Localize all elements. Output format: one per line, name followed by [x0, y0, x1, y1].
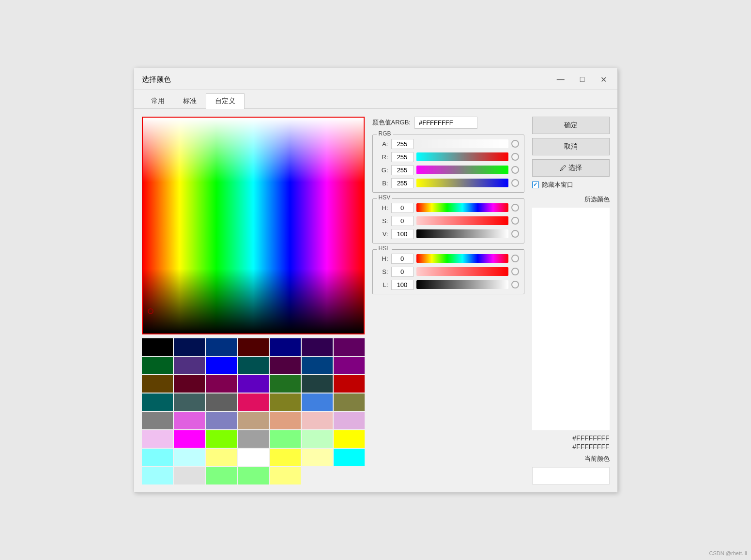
- color-swatch[interactable]: [142, 449, 173, 466]
- channel-l-input[interactable]: [391, 280, 414, 290]
- channel-b-input[interactable]: [391, 178, 414, 188]
- color-swatch[interactable]: [206, 338, 237, 356]
- close-button[interactable]: ✕: [598, 74, 610, 85]
- color-swatch[interactable]: [270, 394, 301, 411]
- color-swatch[interactable]: [302, 375, 333, 393]
- color-swatch[interactable]: [174, 430, 205, 448]
- color-swatch[interactable]: [206, 357, 237, 374]
- channel-a-slider[interactable]: [416, 139, 508, 149]
- color-hex-val-1: #FFFFFFFF: [572, 434, 609, 442]
- color-swatch[interactable]: [238, 338, 269, 356]
- color-swatch[interactable]: [238, 375, 269, 393]
- color-swatch[interactable]: [174, 449, 205, 466]
- confirm-button[interactable]: 确定: [532, 117, 610, 134]
- color-swatch[interactable]: [334, 338, 365, 356]
- channel-l-radio[interactable]: [511, 281, 519, 288]
- color-swatch[interactable]: [142, 375, 173, 393]
- channel-v-input[interactable]: [391, 229, 414, 239]
- color-swatch[interactable]: [238, 467, 269, 484]
- channel-r-slider[interactable]: [416, 152, 508, 162]
- minimize-button[interactable]: —: [554, 74, 567, 85]
- color-swatch[interactable]: [270, 449, 301, 466]
- color-swatch[interactable]: [302, 449, 333, 466]
- channel-b-slider[interactable]: [416, 178, 508, 188]
- color-swatch[interactable]: [142, 357, 173, 374]
- channel-g-radio[interactable]: [511, 166, 519, 174]
- color-swatch[interactable]: [206, 449, 237, 466]
- color-swatch[interactable]: [334, 449, 365, 466]
- color-swatch[interactable]: [142, 467, 173, 484]
- channel-a-radio[interactable]: [511, 140, 519, 148]
- channel-s-hsl-slider[interactable]: [416, 267, 508, 276]
- color-swatch[interactable]: [302, 430, 333, 448]
- channel-s-hsv-slider[interactable]: [416, 216, 508, 226]
- tab-common[interactable]: 常用: [142, 93, 174, 108]
- channel-g-slider[interactable]: [416, 165, 508, 175]
- select-button[interactable]: 🖊 选择: [532, 159, 610, 177]
- color-swatch[interactable]: [302, 412, 333, 429]
- color-swatch[interactable]: [270, 412, 301, 429]
- channel-s-hsl-input[interactable]: [391, 267, 414, 277]
- channel-r-input[interactable]: [391, 152, 414, 162]
- color-swatch[interactable]: [174, 467, 205, 484]
- color-swatch[interactable]: [302, 338, 333, 356]
- color-swatch[interactable]: [238, 412, 269, 429]
- hide-window-checkbox[interactable]: ✓: [532, 182, 539, 188]
- channel-h-hsv-radio[interactable]: [511, 204, 519, 212]
- color-swatch[interactable]: [270, 375, 301, 393]
- color-swatch[interactable]: [174, 375, 205, 393]
- color-swatch[interactable]: [238, 449, 269, 466]
- color-swatch[interactable]: [174, 338, 205, 356]
- channel-g-label: G:: [378, 166, 388, 174]
- channel-h-hsl-radio[interactable]: [511, 255, 519, 262]
- color-swatch[interactable]: [174, 357, 205, 374]
- color-picker-canvas[interactable]: [142, 117, 365, 334]
- channel-s-hsv-input[interactable]: [391, 216, 414, 226]
- color-swatch[interactable]: [206, 412, 237, 429]
- color-swatch[interactable]: [334, 375, 365, 393]
- channel-h-hsl-input[interactable]: [391, 254, 414, 264]
- title-bar: 选择颜色 — □ ✕: [134, 68, 617, 90]
- color-swatch[interactable]: [206, 467, 237, 484]
- channel-l-slider[interactable]: [416, 280, 508, 289]
- argb-input[interactable]: [414, 117, 477, 129]
- color-swatch[interactable]: [238, 394, 269, 411]
- channel-h-hsl-slider[interactable]: [416, 254, 508, 263]
- channel-b-radio[interactable]: [511, 179, 519, 187]
- tab-standard[interactable]: 标准: [174, 93, 206, 108]
- maximize-button[interactable]: □: [577, 74, 588, 85]
- color-swatch[interactable]: [334, 412, 365, 429]
- color-swatch[interactable]: [174, 394, 205, 411]
- color-swatch[interactable]: [142, 430, 173, 448]
- color-swatch[interactable]: [270, 430, 301, 448]
- color-swatch[interactable]: [270, 338, 301, 356]
- color-swatch[interactable]: [142, 338, 173, 356]
- channel-h-hsv-slider[interactable]: [416, 203, 508, 212]
- color-swatch[interactable]: [270, 357, 301, 374]
- channel-l-track: [416, 280, 508, 289]
- color-swatch[interactable]: [334, 357, 365, 374]
- cancel-button[interactable]: 取消: [532, 138, 610, 155]
- channel-v-radio[interactable]: [511, 230, 519, 238]
- color-swatch[interactable]: [270, 467, 301, 484]
- color-swatch[interactable]: [206, 375, 237, 393]
- channel-s-hsl-radio[interactable]: [511, 268, 519, 275]
- channel-g-input[interactable]: [391, 165, 414, 175]
- color-swatch[interactable]: [206, 430, 237, 448]
- channel-a-input[interactable]: [391, 139, 414, 149]
- channel-v-slider[interactable]: [416, 229, 508, 239]
- tab-custom[interactable]: 自定义: [206, 93, 245, 109]
- color-swatch[interactable]: [302, 357, 333, 374]
- color-swatch[interactable]: [302, 394, 333, 411]
- color-swatch[interactable]: [334, 394, 365, 411]
- color-swatch[interactable]: [174, 412, 205, 429]
- channel-r-radio[interactable]: [511, 153, 519, 161]
- channel-s-hsv-radio[interactable]: [511, 217, 519, 225]
- color-swatch[interactable]: [206, 394, 237, 411]
- color-swatch[interactable]: [238, 430, 269, 448]
- color-swatch[interactable]: [142, 394, 173, 411]
- color-swatch[interactable]: [334, 430, 365, 448]
- color-swatch[interactable]: [142, 412, 173, 429]
- color-swatch[interactable]: [238, 357, 269, 374]
- channel-h-hsv-input[interactable]: [391, 203, 414, 213]
